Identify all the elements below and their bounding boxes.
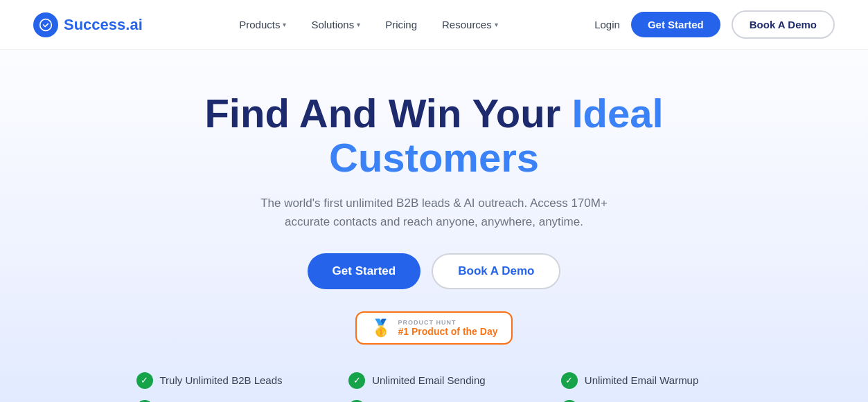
product-hunt-text: PRODUCT HUNT #1 Product of the Day [398, 319, 498, 337]
nav-item-resources[interactable]: Resources ▾ [442, 19, 498, 30]
product-hunt-rank: #1 Product of the Day [398, 326, 498, 337]
nav-actions: Login Get Started Book A Demo [594, 10, 835, 39]
chevron-down-icon: ▾ [495, 21, 498, 28]
chevron-down-icon: ▾ [357, 21, 360, 28]
hero-buttons: Get Started Book A Demo [308, 253, 561, 289]
book-demo-nav-button[interactable]: Book A Demo [732, 10, 835, 39]
feature-item: ✓ Truly Unlimited B2B Leads [136, 372, 308, 389]
nav-link-solutions[interactable]: Solutions ▾ [311, 19, 360, 30]
logo[interactable]: Success.ai [33, 12, 143, 37]
nav-link-products[interactable]: Products ▾ [239, 19, 286, 30]
login-button[interactable]: Login [594, 19, 620, 30]
features-grid: ✓ Truly Unlimited B2B Leads ✓ Unlimited … [136, 372, 732, 402]
chevron-down-icon: ▾ [283, 21, 286, 28]
hero-title: Find And Win Your Ideal Customers [123, 91, 746, 180]
get-started-hero-button[interactable]: Get Started [308, 253, 421, 289]
check-icon: ✓ [561, 372, 578, 389]
product-hunt-label: PRODUCT HUNT [398, 319, 457, 326]
nav-item-pricing[interactable]: Pricing [385, 19, 417, 30]
nav-item-solutions[interactable]: Solutions ▾ [311, 19, 360, 30]
nav-links: Products ▾ Solutions ▾ Pricing Resources… [239, 19, 497, 30]
svg-point-0 [40, 19, 52, 30]
feature-item: ✓ Unlimited Email Sending [348, 372, 520, 389]
nav-link-resources[interactable]: Resources ▾ [442, 19, 498, 30]
hero-subtitle: The world's first unlimited B2B leads & … [247, 194, 621, 231]
book-demo-hero-button[interactable]: Book A Demo [432, 253, 560, 289]
product-hunt-badge: 🥇 PRODUCT HUNT #1 Product of the Day [355, 311, 513, 345]
nav-link-pricing[interactable]: Pricing [385, 19, 417, 30]
hero-section: Find And Win Your Ideal Customers The wo… [0, 50, 868, 402]
nav-item-products[interactable]: Products ▾ [239, 19, 286, 30]
get-started-nav-button[interactable]: Get Started [631, 12, 720, 37]
feature-item: ✓ Unlimited Email Warmup [561, 372, 732, 389]
feature-label: Unlimited Email Sending [372, 374, 485, 386]
logo-icon [33, 12, 58, 37]
medal-icon: 🥇 [371, 318, 391, 338]
feature-label: Unlimited Email Warmup [585, 374, 698, 386]
logo-text: Success.ai [64, 16, 143, 34]
check-icon: ✓ [136, 372, 153, 389]
feature-label: Truly Unlimited B2B Leads [160, 374, 283, 386]
check-icon: ✓ [348, 372, 365, 389]
navbar: Success.ai Products ▾ Solutions ▾ Pricin… [0, 0, 868, 50]
